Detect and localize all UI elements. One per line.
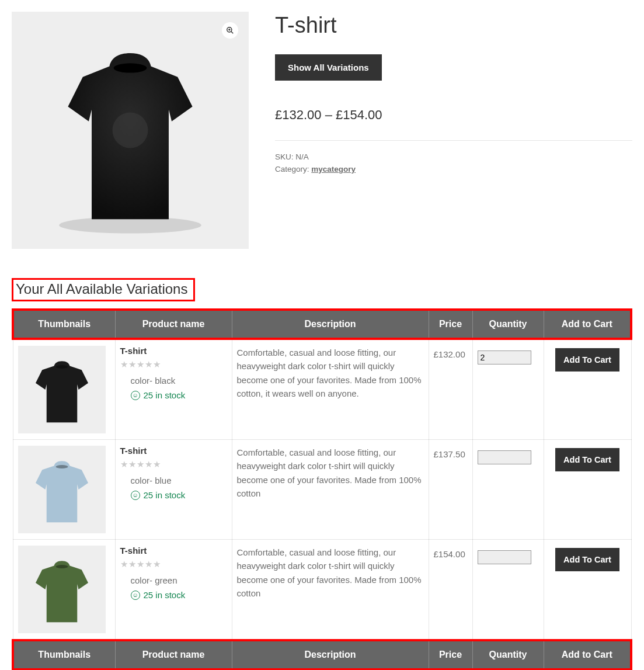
add-to-cart-button[interactable]: Add To Cart xyxy=(555,548,619,571)
quantity-stepper[interactable] xyxy=(478,550,531,564)
th-quantity: Quantity xyxy=(472,310,544,339)
sku-value: N/A xyxy=(295,152,309,161)
variation-name: T-shirt xyxy=(120,346,227,356)
tf-thumbnails: Thumbnails xyxy=(13,640,115,669)
stock-status: ☺25 in stock xyxy=(131,490,227,500)
table-footer-row: Thumbnails Product name Description Pric… xyxy=(13,640,631,669)
stock-text: 25 in stock xyxy=(144,390,186,400)
variation-attribute: color- blue xyxy=(131,475,227,485)
table-row: T-shirt★★★★★color- blue☺25 in stockComfo… xyxy=(13,440,631,540)
svg-point-5 xyxy=(114,63,147,72)
rating-stars: ★★★★★ xyxy=(120,459,227,470)
category-link[interactable]: mycategory xyxy=(311,165,356,173)
product-title: T-shirt xyxy=(275,13,632,38)
add-to-cart-button[interactable]: Add To Cart xyxy=(555,448,619,471)
variation-price: £137.50 xyxy=(429,440,472,540)
thumbnail-image[interactable] xyxy=(18,446,106,533)
variation-description: Comfortable, casual and loose fitting, o… xyxy=(232,440,429,540)
smile-icon: ☺ xyxy=(131,391,140,400)
stock-status: ☺25 in stock xyxy=(131,390,227,400)
svg-point-4 xyxy=(59,217,201,233)
tf-price: Price xyxy=(429,640,472,669)
th-description: Description xyxy=(232,310,429,339)
product-gallery xyxy=(12,12,249,249)
smile-icon: ☺ xyxy=(131,491,140,500)
th-add-to-cart: Add to Cart xyxy=(544,310,631,339)
smile-icon: ☺ xyxy=(131,591,140,600)
th-price: Price xyxy=(429,310,472,339)
variation-name: T-shirt xyxy=(120,446,227,456)
thumbnail-image[interactable] xyxy=(18,546,106,633)
tf-product-name: Product name xyxy=(115,640,232,669)
svg-point-6 xyxy=(113,113,148,148)
price-range: £132.00 – £154.00 xyxy=(275,107,632,123)
variation-price: £154.00 xyxy=(429,540,472,641)
sku-label: SKU: xyxy=(275,152,294,161)
th-thumbnails: Thumbnails xyxy=(13,310,115,339)
rating-stars: ★★★★★ xyxy=(120,359,227,370)
show-all-variations-button[interactable]: Show All Variations xyxy=(275,54,382,81)
table-header-row: Thumbnails Product name Description Pric… xyxy=(13,310,631,339)
product-image xyxy=(12,12,249,249)
variation-description: Comfortable, casual and loose fitting, o… xyxy=(232,339,429,440)
variations-section-title: Your All Available Variations xyxy=(12,278,195,301)
th-product-name: Product name xyxy=(115,310,232,339)
divider xyxy=(275,140,632,141)
svg-line-1 xyxy=(231,32,234,34)
variation-attribute: color- green xyxy=(131,575,227,585)
tf-quantity: Quantity xyxy=(472,640,544,669)
table-row: T-shirt★★★★★color- black☺25 in stockComf… xyxy=(13,339,631,440)
quantity-stepper[interactable] xyxy=(478,350,531,364)
stock-status: ☺25 in stock xyxy=(131,590,227,600)
category-label: Category: xyxy=(275,165,309,173)
svg-point-7 xyxy=(55,365,68,369)
svg-point-8 xyxy=(55,465,68,468)
tf-description: Description xyxy=(232,640,429,669)
rating-stars: ★★★★★ xyxy=(120,559,227,570)
variation-attribute: color- black xyxy=(131,376,227,386)
add-to-cart-button[interactable]: Add To Cart xyxy=(555,348,619,372)
variation-name: T-shirt xyxy=(120,546,227,556)
stock-text: 25 in stock xyxy=(144,590,186,600)
quantity-stepper[interactable] xyxy=(478,450,531,464)
variation-description: Comfortable, casual and loose fitting, o… xyxy=(232,540,429,641)
tf-add-to-cart: Add to Cart xyxy=(544,640,631,669)
table-row: T-shirt★★★★★color- green☺25 in stockComf… xyxy=(13,540,631,641)
thumbnail-image[interactable] xyxy=(18,346,106,433)
stock-text: 25 in stock xyxy=(144,490,186,500)
svg-point-9 xyxy=(55,565,68,568)
zoom-icon[interactable] xyxy=(222,22,238,39)
variation-price: £132.00 xyxy=(429,339,472,440)
variations-table: Thumbnails Product name Description Pric… xyxy=(12,308,632,670)
